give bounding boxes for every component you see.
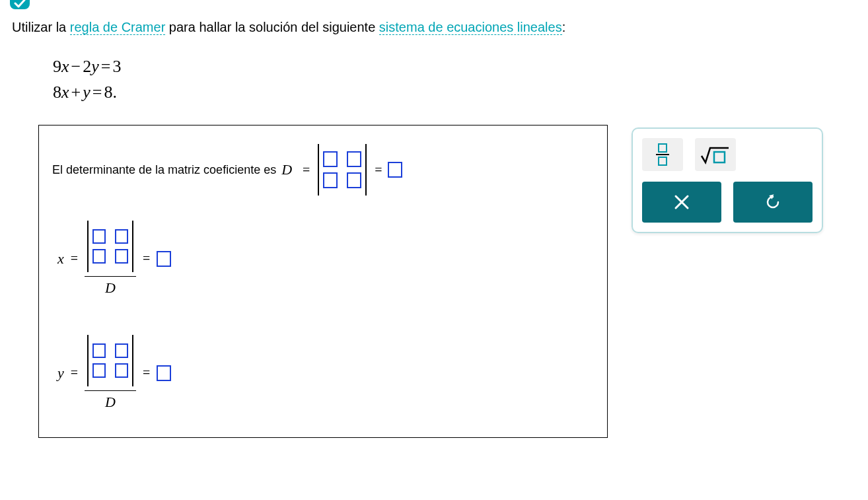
determinant-Dy-matrix	[87, 335, 133, 386]
determinant-line: El determinante de la matriz coeficiente…	[52, 144, 594, 196]
input-y-result[interactable]	[157, 365, 171, 381]
input-Dx-a11[interactable]	[92, 229, 106, 244]
equation-system: 9x−2y=3 8x+y=8.	[53, 54, 868, 105]
link-linear-system[interactable]: sistema de ecuaciones lineales	[379, 20, 562, 35]
input-D-a21[interactable]	[323, 172, 338, 188]
square-root-tool-button[interactable]	[695, 138, 736, 171]
det-bar-right	[365, 144, 367, 196]
equals-sign: =	[71, 365, 78, 380]
equation-1: 9x−2y=3	[53, 54, 868, 79]
checkmark-badge	[10, 0, 30, 9]
equals-sign: =	[143, 251, 150, 266]
svg-rect-0	[714, 152, 725, 162]
det-bar-right	[132, 335, 133, 386]
fraction-denominator-D: D	[105, 391, 116, 411]
square-root-icon	[700, 144, 731, 165]
input-D-a11[interactable]	[323, 151, 338, 167]
det-bar-right	[132, 221, 133, 272]
input-Dy-a22[interactable]	[115, 363, 128, 378]
input-x-result[interactable]	[157, 251, 171, 267]
determinant-Dx-matrix	[87, 221, 133, 272]
symbol-D: D	[281, 161, 292, 178]
question-text: Utilizar la regla de Cramer para hallar …	[12, 20, 868, 35]
question-prefix: Utilizar la	[12, 20, 70, 34]
fraction-x: D	[85, 221, 136, 297]
fraction-denominator-D: D	[105, 277, 116, 297]
variable-y: y	[57, 365, 64, 382]
question-suffix: :	[562, 20, 566, 34]
question-mid: para hallar la solución del siguiente	[165, 20, 379, 34]
input-D-a12[interactable]	[347, 151, 361, 167]
fraction-tool-button[interactable]	[642, 138, 683, 171]
input-Dx-a21[interactable]	[92, 249, 106, 264]
close-icon	[673, 194, 690, 211]
x-solution-line: x = D	[57, 221, 594, 297]
determinant-label: El determinante de la matriz coeficiente…	[52, 163, 276, 177]
input-Dy-a12[interactable]	[115, 343, 128, 358]
variable-x: x	[57, 250, 64, 268]
close-button[interactable]	[642, 182, 721, 223]
fraction-icon	[656, 143, 669, 166]
input-Dy-a21[interactable]	[92, 363, 106, 378]
determinant-D-matrix	[318, 144, 367, 196]
input-Dy-a11[interactable]	[92, 343, 106, 358]
equals-sign: =	[303, 162, 310, 178]
input-Dx-a12[interactable]	[115, 229, 128, 244]
equals-sign: =	[143, 365, 150, 380]
equals-sign: =	[375, 162, 382, 178]
y-solution-line: y = D	[57, 335, 594, 411]
input-D-result[interactable]	[388, 162, 402, 178]
input-D-a22[interactable]	[347, 172, 361, 188]
input-Dx-a22[interactable]	[115, 249, 128, 264]
link-cramer-rule[interactable]: regla de Cramer	[70, 20, 166, 35]
tool-panel	[632, 127, 823, 233]
reset-button[interactable]	[733, 182, 813, 223]
fraction-y: D	[85, 335, 136, 411]
equation-2: 8x+y=8.	[53, 79, 868, 105]
answer-panel: El determinante de la matriz coeficiente…	[38, 125, 608, 438]
reset-icon	[764, 193, 782, 211]
equals-sign: =	[71, 251, 78, 266]
